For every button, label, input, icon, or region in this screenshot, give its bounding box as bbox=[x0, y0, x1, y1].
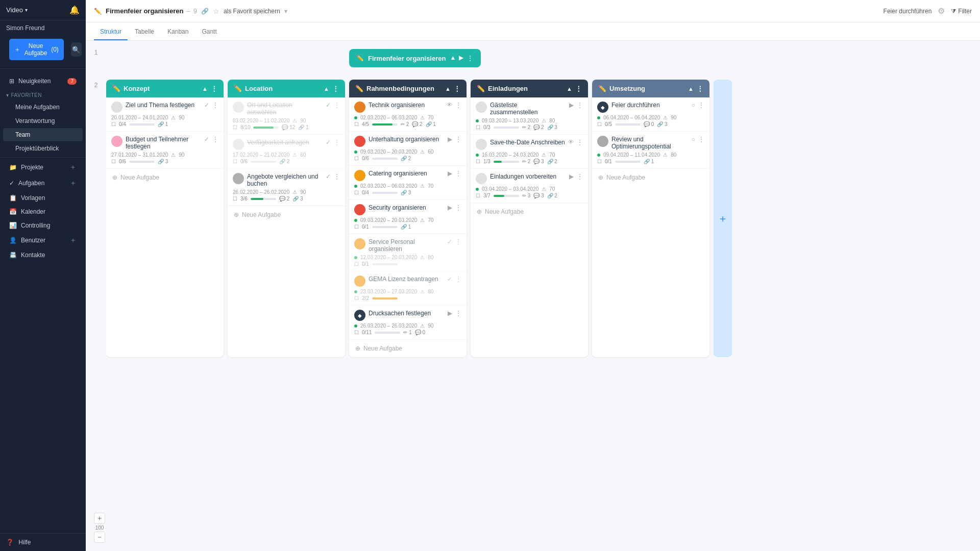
add-task-konzept[interactable]: ⊕ Neue Aufgabe bbox=[106, 169, 224, 186]
chevron-up-icon[interactable]: ▲ bbox=[688, 86, 694, 92]
sidebar-item-neuigkeiten[interactable]: ⊞ Neuigkeiten 7 bbox=[3, 74, 83, 88]
sidebar-item-kalender[interactable]: 📅 Kalender bbox=[3, 205, 83, 218]
chevron-up-icon[interactable]: ▲ bbox=[445, 86, 451, 92]
play-icon[interactable]: ▶ bbox=[459, 54, 463, 62]
page-title: Firmenfeier organisieren – 9 bbox=[106, 7, 197, 15]
star-icon[interactable]: ☆ bbox=[213, 7, 219, 15]
link-count: 🔗 2 bbox=[279, 159, 289, 164]
task-meta: 03.04.2020 – 03.04.2020 ⚠ 70 bbox=[476, 186, 583, 192]
more-icon[interactable]: ⋮ bbox=[698, 102, 704, 109]
task-name: GEMA Lizenz beantragen bbox=[369, 276, 444, 283]
tab-struktur[interactable]: Struktur bbox=[94, 24, 128, 40]
check-icon[interactable]: ✓ bbox=[204, 136, 209, 143]
tab-kanban[interactable]: Kanban bbox=[161, 24, 194, 40]
chevron-down-icon[interactable]: ▾ bbox=[284, 8, 287, 15]
more-icon[interactable]: ⋮ bbox=[575, 85, 582, 92]
more-icon[interactable]: ⋮ bbox=[697, 85, 703, 92]
more-icon[interactable]: ⋮ bbox=[455, 170, 461, 177]
check-icon[interactable]: ✓ bbox=[326, 139, 331, 146]
more-icon[interactable]: ⋮ bbox=[577, 173, 583, 180]
link-count: 🔗 3 bbox=[158, 159, 168, 164]
priority: 90 bbox=[428, 323, 433, 329]
more-icon[interactable]: ⋮ bbox=[212, 136, 218, 143]
more-icon[interactable]: ⋮ bbox=[455, 238, 461, 245]
sidebar-item-projektuberblick[interactable]: Projektüberblick bbox=[3, 142, 83, 155]
circle-icon[interactable]: ○ bbox=[692, 136, 695, 143]
more-icon[interactable]: ⋮ bbox=[334, 139, 340, 146]
sidebar-item-vorlagen[interactable]: 📋 Vorlagen bbox=[3, 191, 83, 205]
priority: 60 bbox=[300, 152, 306, 158]
more-icon[interactable]: ⋮ bbox=[455, 102, 461, 109]
add-task-location[interactable]: ⊕ Neue Aufgabe bbox=[228, 206, 345, 223]
filter-button[interactable]: ⧩ Filter bbox=[951, 8, 972, 15]
sidebar-item-aufgaben[interactable]: ✓ Aufgaben ＋ bbox=[3, 176, 83, 191]
column-title: Konzept bbox=[124, 85, 199, 92]
more-icon[interactable]: ⋮ bbox=[454, 85, 460, 92]
check-icon[interactable]: ✓ bbox=[447, 238, 452, 245]
add-task-einladungen[interactable]: ⊕ Neue Aufgabe bbox=[471, 203, 588, 220]
sidebar-item-benutzer[interactable]: 👤 Benutzer ＋ bbox=[3, 233, 83, 248]
more-icon[interactable]: ⋮ bbox=[577, 102, 583, 109]
chevron-up-icon[interactable]: ▲ bbox=[202, 86, 208, 92]
date-range: 26.02.2020 – 26.02.2020 bbox=[233, 189, 289, 195]
more-icon[interactable]: ⋮ bbox=[455, 136, 461, 143]
more-icon[interactable]: ⋮ bbox=[332, 85, 339, 92]
play-icon[interactable]: ▶ bbox=[569, 102, 574, 109]
eye-icon[interactable]: 👁 bbox=[447, 102, 452, 108]
main-task-card[interactable]: ✏️ Firmenfeier organisieren ▲ ▶ ⋮ bbox=[349, 49, 481, 67]
sidebar-item-verantwortung[interactable]: Verantwortung bbox=[3, 114, 83, 128]
play-icon[interactable]: ▶ bbox=[569, 173, 574, 180]
sidebar-item-meine-aufgaben[interactable]: Meine Aufgaben bbox=[3, 101, 83, 114]
play-icon[interactable]: ▶ bbox=[448, 204, 452, 211]
workspace-name[interactable]: Video ▾ bbox=[6, 6, 28, 14]
progress-text: 0/1 bbox=[362, 261, 369, 267]
check-icon[interactable]: ✓ bbox=[204, 102, 209, 109]
new-task-button[interactable]: ＋ Neue Aufgabe (0) bbox=[9, 39, 64, 60]
check-icon[interactable]: ✓ bbox=[326, 173, 331, 180]
play-icon[interactable]: ▶ bbox=[448, 310, 452, 317]
settings-icon[interactable]: ⚙ bbox=[938, 6, 945, 16]
more-icon[interactable]: ⋮ bbox=[212, 102, 218, 109]
zoom-in-button[interactable]: ＋ bbox=[94, 513, 105, 524]
fav-label[interactable]: als Favorit speichern bbox=[224, 8, 280, 15]
add-column-button[interactable]: ＋ bbox=[714, 80, 732, 357]
sidebar-item-controlling[interactable]: 📊 Controlling bbox=[3, 219, 83, 232]
more-icon[interactable]: ⋮ bbox=[334, 173, 340, 180]
more-icon[interactable]: ⋮ bbox=[455, 276, 461, 283]
column-header-umsetzung: ✏️ Umsetzung ▲ ⋮ bbox=[592, 80, 709, 97]
play-icon[interactable]: ▶ bbox=[448, 136, 452, 143]
tab-tabelle[interactable]: Tabelle bbox=[129, 24, 160, 40]
circle-icon[interactable]: ○ bbox=[692, 102, 695, 109]
add-task-rahmenbedingungen[interactable]: ⊕ Neue Aufgabe bbox=[349, 340, 467, 357]
add-task-umsetzung[interactable]: ⊕ Neue Aufgabe bbox=[592, 169, 709, 186]
more-icon[interactable]: ⋮ bbox=[577, 139, 583, 146]
sidebar-item-team[interactable]: Team bbox=[3, 128, 83, 141]
edit-count: ✏ 2 bbox=[522, 159, 530, 164]
eye-icon[interactable]: 👁 bbox=[568, 139, 574, 145]
chevron-up-icon[interactable]: ▲ bbox=[567, 86, 572, 92]
search-button[interactable]: 🔍 bbox=[71, 42, 82, 57]
zoom-out-button[interactable]: － bbox=[94, 532, 105, 543]
favoriten-section-header[interactable]: ▾ Favoriten bbox=[0, 88, 86, 100]
more-icon[interactable]: ⋮ bbox=[467, 54, 474, 62]
more-icon[interactable]: ⋮ bbox=[334, 102, 340, 109]
add-benutzer-icon[interactable]: ＋ bbox=[69, 236, 77, 245]
chevron-up-icon[interactable]: ▲ bbox=[450, 54, 456, 62]
sidebar-item-kontakte[interactable]: 📇 Kontakte bbox=[3, 248, 83, 262]
chevron-up-icon[interactable]: ▲ bbox=[324, 86, 329, 92]
task-progress: ☐ 0/11 ✏ 1 💬 0 bbox=[354, 330, 461, 335]
link-count: 🔗 3 bbox=[401, 190, 411, 195]
play-icon[interactable]: ▶ bbox=[448, 170, 452, 177]
sidebar-item-projekte[interactable]: 📁 Projekte ＋ bbox=[3, 160, 83, 175]
check-icon[interactable]: ✓ bbox=[447, 276, 452, 283]
tab-gantt[interactable]: Gantt bbox=[195, 24, 223, 40]
add-project-icon[interactable]: ＋ bbox=[69, 163, 77, 172]
more-icon[interactable]: ⋮ bbox=[211, 85, 217, 92]
more-icon[interactable]: ⋮ bbox=[455, 204, 461, 211]
add-aufgaben-icon[interactable]: ＋ bbox=[69, 179, 77, 188]
more-icon[interactable]: ⋮ bbox=[698, 136, 704, 143]
notification-icon[interactable]: 🔔 bbox=[69, 5, 80, 15]
more-icon[interactable]: ⋮ bbox=[455, 310, 461, 317]
check-icon[interactable]: ✓ bbox=[326, 102, 331, 109]
sidebar-help[interactable]: ❓ Hilfe bbox=[0, 533, 86, 551]
